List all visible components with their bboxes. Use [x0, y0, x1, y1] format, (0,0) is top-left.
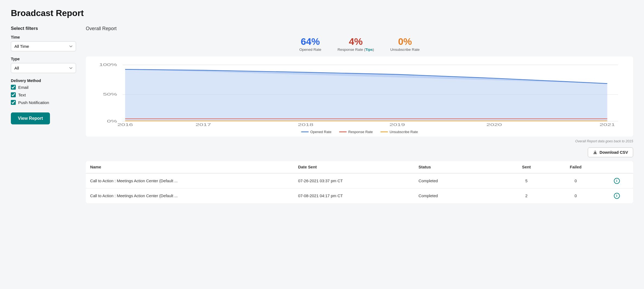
- chart-svg: 100% 50% 0%: [90, 62, 629, 127]
- chart-area: 100% 50% 0%: [90, 62, 629, 127]
- col-header-status: Status: [414, 161, 502, 173]
- row-2-sent: 2: [502, 188, 551, 203]
- response-rate-stat: 4% Response Rate (Tips): [337, 36, 374, 52]
- unsubscribe-rate-value: 0%: [390, 36, 420, 47]
- legend-opened-rate-line: [301, 131, 309, 132]
- time-select[interactable]: All Time Last 7 Days Last 30 Days Last 9…: [11, 41, 76, 51]
- col-header-date: Date Sent: [294, 161, 414, 173]
- download-csv-button[interactable]: Download CSV: [588, 147, 633, 157]
- tips-link[interactable]: Tips: [365, 48, 373, 52]
- opened-rate-label: Opened Rate: [299, 48, 321, 52]
- opened-rate-fill: [125, 69, 607, 121]
- delivery-method-group: Delivery Method Email Text Push Notifica…: [11, 78, 76, 105]
- table-header-row: Name Date Sent Status Sent Failed: [86, 161, 633, 173]
- delivery-method-label: Delivery Method: [11, 78, 76, 83]
- main-content: Overall Report 64% Opened Rate 4% Respon…: [86, 26, 633, 203]
- legend-response-rate: Response Rate: [339, 130, 373, 134]
- delivery-email-label: Email: [18, 85, 29, 90]
- overall-report-title: Overall Report: [86, 26, 633, 32]
- delivery-email-checkbox[interactable]: [11, 85, 16, 90]
- unsubscribe-rate-stat: 0% Unsubscribe Rate: [390, 36, 420, 52]
- legend-response-rate-label: Response Rate: [348, 130, 373, 134]
- col-header-failed: Failed: [551, 161, 600, 173]
- svg-text:2019: 2019: [389, 122, 405, 127]
- legend-response-rate-line: [339, 131, 347, 132]
- row-2-name: Call to Action : Meetings Action Center …: [86, 188, 294, 203]
- svg-text:2018: 2018: [298, 122, 313, 127]
- svg-text:2016: 2016: [117, 122, 133, 127]
- row-2-date: 07-08-2021 04:17 pm CT: [294, 188, 414, 203]
- legend-unsubscribe-rate-label: Unsubscribe Rate: [390, 130, 418, 134]
- col-header-icon: [600, 161, 633, 173]
- legend-unsubscribe-rate-line: [380, 131, 388, 132]
- info-icon-2[interactable]: i: [614, 193, 620, 199]
- layout: Select filters Time All Time Last 7 Days…: [11, 26, 633, 203]
- delivery-text-item: Text: [11, 92, 76, 97]
- row-1-failed: 0: [551, 173, 600, 189]
- svg-text:2021: 2021: [599, 122, 615, 127]
- col-header-sent: Sent: [502, 161, 551, 173]
- response-rate-label: Response Rate (Tips): [337, 48, 374, 52]
- delivery-email-item: Email: [11, 85, 76, 90]
- delivery-text-checkbox[interactable]: [11, 92, 16, 97]
- col-header-name: Name: [86, 161, 294, 173]
- broadcast-table: Name Date Sent Status Sent Failed Call t…: [86, 161, 633, 203]
- row-1-info: i: [600, 173, 633, 189]
- unsubscribe-rate-label: Unsubscribe Rate: [390, 48, 420, 52]
- svg-text:50%: 50%: [103, 92, 117, 96]
- opened-rate-value: 64%: [299, 36, 321, 47]
- info-icon-1[interactable]: i: [614, 178, 620, 184]
- legend-unsubscribe-rate: Unsubscribe Rate: [380, 130, 418, 134]
- svg-text:100%: 100%: [99, 62, 117, 67]
- delivery-text-label: Text: [18, 93, 26, 97]
- time-filter-label: Time: [11, 35, 76, 39]
- table-wrapper: Name Date Sent Status Sent Failed Call t…: [86, 161, 633, 203]
- row-1-sent: 5: [502, 173, 551, 189]
- type-filter-label: Type: [11, 57, 76, 61]
- table-row: Call to Action : Meetings Action Center …: [86, 188, 633, 203]
- time-filter-group: Time All Time Last 7 Days Last 30 Days L…: [11, 35, 76, 51]
- type-filter-group: Type All Email Text Push Notification: [11, 57, 76, 73]
- download-icon: [593, 150, 597, 155]
- row-2-failed: 0: [551, 188, 600, 203]
- row-2-info: i: [600, 188, 633, 203]
- chart-legend: Opened Rate Response Rate Unsubscribe Ra…: [90, 130, 629, 134]
- opened-rate-stat: 64% Opened Rate: [299, 36, 321, 52]
- page-title: Broadcast Report: [11, 8, 633, 18]
- chart-container: 100% 50% 0%: [86, 56, 633, 137]
- download-row: Download CSV: [86, 147, 633, 157]
- chart-note: Overall Report data goes back to 2015: [86, 139, 633, 143]
- delivery-push-label: Push Notification: [18, 100, 49, 105]
- row-1-name: Call to Action : Meetings Action Center …: [86, 173, 294, 189]
- delivery-push-checkbox[interactable]: [11, 100, 16, 105]
- sidebar: Select filters Time All Time Last 7 Days…: [11, 26, 76, 124]
- delivery-push-item: Push Notification: [11, 100, 76, 105]
- type-select[interactable]: All Email Text Push Notification: [11, 63, 76, 73]
- legend-opened-rate-label: Opened Rate: [310, 130, 332, 134]
- sidebar-title: Select filters: [11, 26, 76, 31]
- response-rate-value: 4%: [337, 36, 374, 47]
- stats-row: 64% Opened Rate 4% Response Rate (Tips) …: [86, 36, 633, 52]
- svg-text:0%: 0%: [107, 119, 117, 123]
- svg-text:2017: 2017: [195, 122, 211, 127]
- table-row: Call to Action : Meetings Action Center …: [86, 173, 633, 189]
- legend-opened-rate: Opened Rate: [301, 130, 332, 134]
- row-2-status: Completed: [414, 188, 502, 203]
- row-1-status: Completed: [414, 173, 502, 189]
- svg-text:2020: 2020: [486, 122, 502, 127]
- row-1-date: 07-26-2021 03:37 pm CT: [294, 173, 414, 189]
- view-report-button[interactable]: View Report: [11, 112, 50, 124]
